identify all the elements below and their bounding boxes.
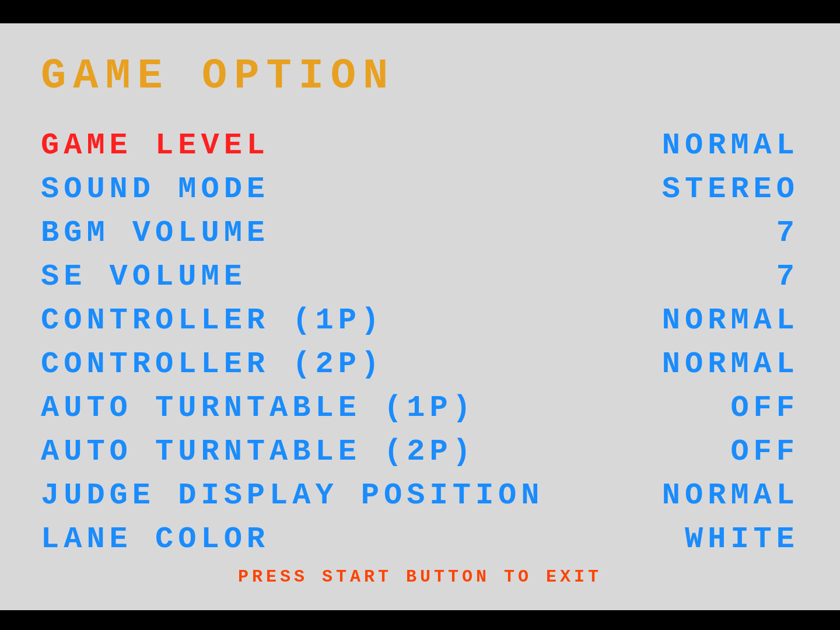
page-title: GAME OPTION [41, 52, 799, 100]
option-label-se-volume: SE VOLUME [41, 260, 247, 294]
option-value-game-level: NORMAL [662, 128, 799, 163]
footer-text: PRESS START BUTTON TO EXIT [41, 567, 799, 593]
option-value-judge-display-position: NORMAL [662, 478, 799, 513]
option-row-sound-mode[interactable]: SOUND MODESTEREO [41, 167, 799, 211]
option-value-lane-color: WHITE [685, 522, 799, 556]
option-label-controller-2p: CONTROLLER (2P) [41, 347, 384, 382]
option-value-controller-1p: NORMAL [662, 303, 799, 338]
option-label-auto-turntable-1p: AUTO TURNTABLE (1P) [41, 391, 475, 425]
option-label-judge-display-position: JUDGE DISPLAY POSITION [41, 478, 544, 513]
option-value-controller-2p: NORMAL [662, 347, 799, 382]
option-label-sound-mode: SOUND MODE [41, 172, 270, 206]
option-value-sound-mode: STEREO [662, 172, 799, 206]
option-row-bgm-volume[interactable]: BGM VOLUME7 [41, 211, 799, 255]
options-list: GAME LEVELNORMALSOUND MODESTEREOBGM VOLU… [41, 124, 799, 561]
option-label-controller-1p: CONTROLLER (1P) [41, 303, 384, 338]
option-value-bgm-volume: 7 [776, 216, 799, 250]
option-value-auto-turntable-1p: OFF [730, 391, 799, 425]
option-row-game-level[interactable]: GAME LEVELNORMAL [41, 124, 799, 167]
main-content: GAME OPTION GAME LEVELNORMALSOUND MODEST… [0, 23, 840, 610]
option-row-judge-display-position[interactable]: JUDGE DISPLAY POSITIONNORMAL [41, 474, 799, 517]
bottom-bar [0, 610, 840, 630]
top-bar [0, 0, 840, 23]
option-row-auto-turntable-2p[interactable]: AUTO TURNTABLE (2P)OFF [41, 430, 799, 474]
option-row-controller-2p[interactable]: CONTROLLER (2P)NORMAL [41, 342, 799, 386]
option-label-lane-color: LANE COLOR [41, 522, 270, 556]
option-value-se-volume: 7 [776, 260, 799, 294]
option-value-auto-turntable-2p: OFF [730, 435, 799, 469]
option-row-lane-color[interactable]: LANE COLORWHITE [41, 517, 799, 561]
option-row-se-volume[interactable]: SE VOLUME7 [41, 255, 799, 299]
option-label-bgm-volume: BGM VOLUME [41, 216, 270, 250]
option-label-auto-turntable-2p: AUTO TURNTABLE (2P) [41, 435, 475, 469]
option-row-auto-turntable-1p[interactable]: AUTO TURNTABLE (1P)OFF [41, 386, 799, 430]
option-label-game-level: GAME LEVEL [41, 128, 270, 163]
option-row-controller-1p[interactable]: CONTROLLER (1P)NORMAL [41, 299, 799, 342]
